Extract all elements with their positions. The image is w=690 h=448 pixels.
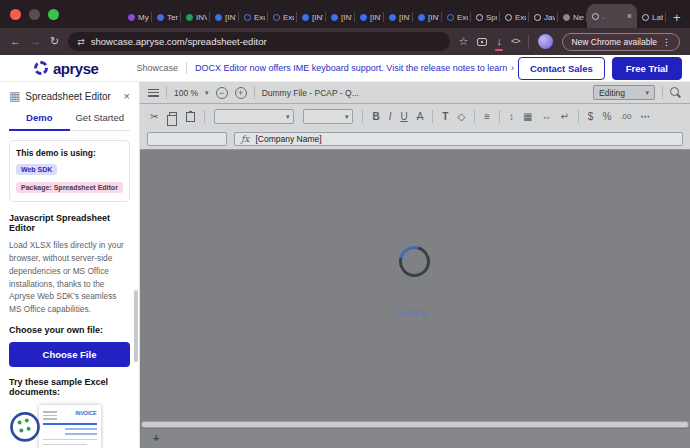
forward-icon[interactable]: →	[30, 36, 41, 47]
cut-icon[interactable]: ✂	[150, 112, 158, 122]
spreadsheet-editor: 100 % ▾ − + Dummy File - PCAP - Q... Edi…	[140, 82, 690, 448]
sidebar-scrollbar[interactable]	[134, 290, 138, 362]
tab-get-started[interactable]: Get Started	[70, 112, 131, 130]
tab-favicon	[244, 14, 251, 21]
formula-value: [Company Name]	[255, 134, 321, 144]
contact-sales-button[interactable]: Contact Sales	[518, 57, 605, 80]
tab-label: Myt	[138, 13, 149, 22]
devtools-icon[interactable]: <>	[511, 37, 520, 46]
browser-tab[interactable]: Late	[637, 7, 666, 28]
browser-tab[interactable]: Java	[529, 7, 558, 28]
formula-input[interactable]: ƒx [Company Name]	[234, 132, 683, 146]
chevron-down-icon: ▾	[286, 113, 290, 121]
search-icon[interactable]	[670, 87, 679, 96]
zoom-window-button[interactable]	[48, 9, 59, 20]
free-trial-button[interactable]: Free Trial	[612, 57, 682, 80]
italic-icon[interactable]: I	[389, 112, 392, 122]
tab-label: [INV	[341, 13, 352, 22]
copy-icon[interactable]	[169, 112, 177, 121]
zoom-level[interactable]: 100 %	[174, 88, 198, 98]
chevron-down-icon: ▾	[345, 113, 349, 121]
browser-tab[interactable]: Exce	[500, 7, 529, 28]
vertical-align-icon[interactable]: ↕	[509, 112, 514, 122]
tabs-container: Myt Tem INV [INV	[123, 0, 686, 28]
browser-tab-active[interactable]: . ×	[587, 4, 637, 28]
text-color-icon[interactable]: T	[442, 112, 448, 122]
tab-demo[interactable]: Demo	[9, 112, 70, 131]
cookie-consent-icon[interactable]	[4, 408, 46, 448]
browser-tab[interactable]: Myt	[123, 7, 152, 28]
merge-cells-icon[interactable]: ⇔	[541, 112, 551, 122]
browser-window: Myt Tem INV [INV	[0, 0, 690, 448]
browser-tab[interactable]: INV	[181, 7, 210, 28]
more-options-icon[interactable]: ⋯	[640, 112, 650, 122]
browser-tab[interactable]: [INV	[326, 7, 355, 28]
omnibox[interactable]: ⇄ showcase.apryse.com/spreadsheet-editor	[68, 32, 449, 51]
menu-icon[interactable]	[148, 89, 159, 97]
tab-favicon	[447, 14, 454, 21]
profile-avatar[interactable]	[538, 34, 553, 49]
fill-color-icon[interactable]: ◇	[457, 112, 465, 122]
horizontal-scrollbar[interactable]	[141, 421, 689, 428]
percent-format-icon[interactable]: %	[602, 112, 611, 122]
tab-label: .	[602, 12, 604, 21]
cell-reference-input[interactable]	[147, 132, 227, 146]
apryse-logo[interactable]: apryse	[34, 60, 98, 77]
minimize-window-button[interactable]	[29, 9, 40, 20]
close-window-button[interactable]	[10, 9, 21, 20]
tab-label: Exce	[254, 13, 265, 22]
tab-favicon	[642, 14, 649, 21]
browser-tab[interactable]: [INV	[355, 7, 384, 28]
tab-label: [INV	[428, 13, 439, 22]
browser-tab[interactable]: [INV	[384, 7, 413, 28]
url-text[interactable]: showcase.apryse.com/spreadsheet-editor	[91, 36, 267, 47]
underline-icon[interactable]: U	[400, 112, 407, 122]
chevron-down-icon[interactable]: ▾	[205, 89, 209, 97]
browser-tab[interactable]: [INV	[297, 7, 326, 28]
align-icon[interactable]: ≡	[484, 112, 490, 122]
font-family-select[interactable]: ▾	[214, 109, 294, 124]
add-sheet-button[interactable]: +	[153, 433, 159, 444]
chrome-update-label: New Chrome available	[571, 37, 657, 47]
download-icon[interactable]: ↓	[496, 36, 502, 48]
announcement-link[interactable]: DOCX Editor now offers IME keyboard supp…	[195, 63, 509, 73]
back-icon[interactable]: ←	[10, 36, 21, 47]
new-tab-button[interactable]: +	[673, 11, 681, 24]
description-text: Load XLSX files directly in your browser…	[9, 239, 130, 316]
tab-favicon	[505, 14, 512, 21]
bold-icon[interactable]: B	[372, 112, 379, 122]
strikethrough-icon[interactable]: A	[417, 112, 424, 122]
demo-sidebar: ▦ Spreadsheet Editor × Demo Get Started …	[0, 82, 140, 448]
browser-tab[interactable]: [INV	[210, 7, 239, 28]
media-controls-icon[interactable]	[477, 38, 487, 46]
site-settings-icon[interactable]: ⇄	[77, 37, 85, 47]
browser-tab[interactable]: Exce	[442, 7, 471, 28]
close-panel-icon[interactable]: ×	[124, 91, 130, 102]
zoom-out-button[interactable]: −	[216, 87, 228, 99]
paste-icon[interactable]	[186, 112, 195, 122]
browser-tab[interactable]: Spre	[471, 7, 500, 28]
browser-tab[interactable]: Exce	[268, 7, 297, 28]
borders-icon[interactable]: ▦	[523, 112, 532, 122]
browser-tab[interactable]: [INV	[413, 7, 442, 28]
currency-format-icon[interactable]: $	[588, 112, 594, 122]
reload-icon[interactable]: ↻	[50, 36, 59, 47]
wrap-text-icon[interactable]: ↵	[560, 112, 568, 122]
choose-file-button[interactable]: Choose File	[9, 342, 130, 367]
scrollbar-thumb[interactable]	[142, 422, 688, 427]
browser-tab[interactable]: New	[558, 7, 587, 28]
bookmark-icon[interactable]: ☆	[459, 36, 469, 47]
tab-favicon	[592, 13, 599, 20]
font-size-select[interactable]: ▾	[303, 109, 353, 124]
zoom-in-button[interactable]: +	[235, 87, 247, 99]
chrome-update-button[interactable]: New Chrome available ⋮	[562, 33, 680, 51]
browser-tab[interactable]: Exce	[239, 7, 268, 28]
browser-menu-icon[interactable]: ⋮	[662, 37, 671, 47]
editing-mode-select[interactable]: Editing ▾	[593, 85, 655, 100]
tab-close-icon[interactable]: ×	[627, 12, 632, 21]
decimal-format-icon[interactable]: .00	[620, 113, 631, 121]
tab-label: [INV	[370, 13, 381, 22]
package-badge: Package: Spreadsheet Editor	[16, 182, 123, 193]
browser-tab[interactable]: Tem	[152, 7, 181, 28]
invoice-thumbnail[interactable]: INVOICE	[39, 405, 101, 448]
